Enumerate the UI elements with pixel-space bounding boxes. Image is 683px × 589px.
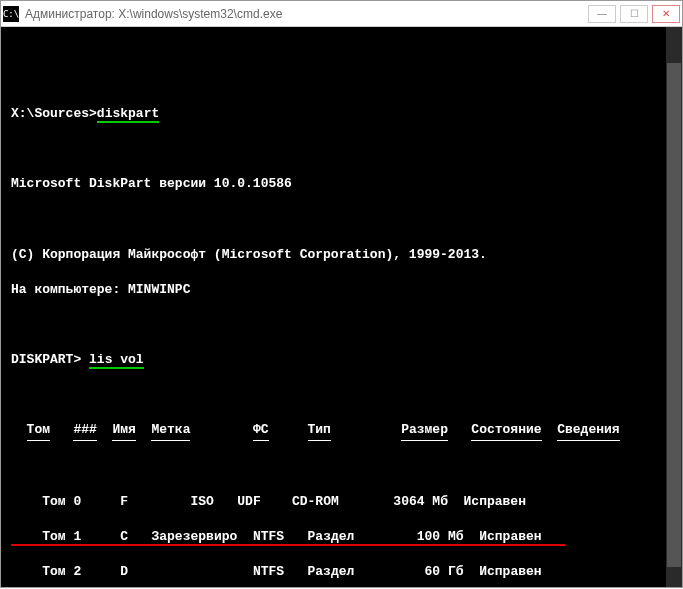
cmd-diskpart: diskpart xyxy=(97,106,159,123)
cmd-window: C:\ Администратор: X:\windows\system32\c… xyxy=(0,0,683,588)
line-prompt-diskpart: X:\Sources>diskpart xyxy=(11,105,654,123)
cmd-lisvol: lis vol xyxy=(89,352,144,369)
line-copyright: (C) Корпорация Майкрософт (Microsoft Cor… xyxy=(11,246,654,264)
minimize-button[interactable]: — xyxy=(588,5,616,23)
line-computer: На компьютере: MINWINPC xyxy=(11,281,654,299)
window-controls: — ☐ ✕ xyxy=(588,5,680,23)
line-lisvol: DISKPART> lis vol xyxy=(11,351,654,369)
scrollbar-thumb[interactable] xyxy=(667,63,681,567)
titlebar[interactable]: C:\ Администратор: X:\windows\system32\c… xyxy=(1,1,682,27)
table-header: Том ### Имя Метка ФС Тип Размер Состояни… xyxy=(11,421,654,441)
maximize-button[interactable]: ☐ xyxy=(620,5,648,23)
window-title: Администратор: X:\windows\system32\cmd.e… xyxy=(25,7,588,21)
cmd-icon: C:\ xyxy=(3,6,19,22)
table-row: Том 2 D NTFS Раздел 60 Гб Исправен xyxy=(11,563,654,581)
table-row: Том 0 F ISO UDF CD-ROM 3064 Мб Исправен xyxy=(11,493,654,511)
close-button[interactable]: ✕ xyxy=(652,5,680,23)
table-row-highlighted: Том 1 C Зарезервиро NTFS Раздел 100 Мб И… xyxy=(11,528,654,546)
scrollbar[interactable] xyxy=(666,27,682,587)
line-version: Microsoft DiskPart версии 10.0.10586 xyxy=(11,175,654,193)
terminal-content: X:\Sources>diskpart Microsoft DiskPart в… xyxy=(11,88,672,589)
terminal-body[interactable]: X:\Sources>diskpart Microsoft DiskPart в… xyxy=(1,27,682,587)
